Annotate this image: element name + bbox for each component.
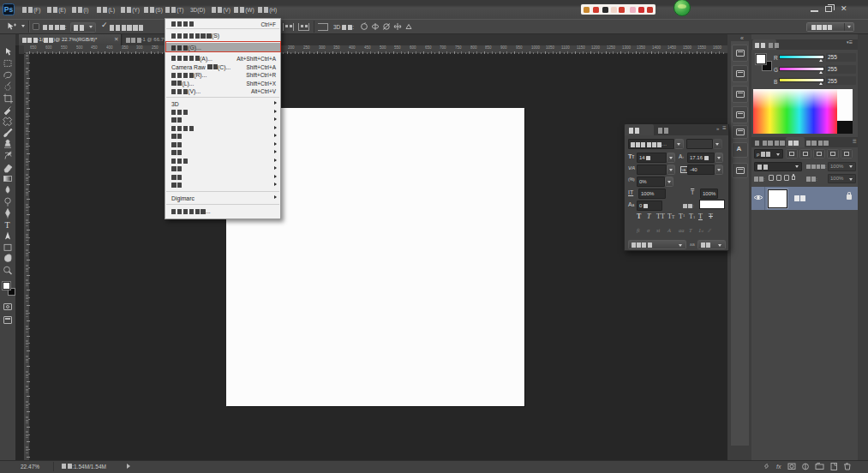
svg-text:fx: fx bbox=[776, 464, 781, 470]
svg-text:T: T bbox=[5, 220, 10, 230]
